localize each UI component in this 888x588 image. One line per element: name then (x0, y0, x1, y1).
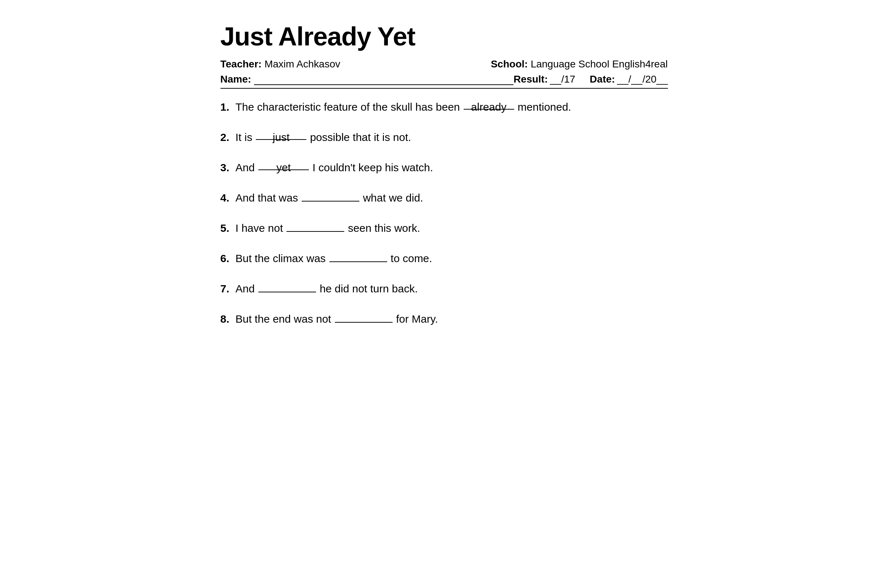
question-after-1: mentioned. (518, 99, 571, 115)
name-section: Name: (220, 74, 514, 85)
question-before-5: I have not (236, 220, 283, 236)
question-text-1: The characteristic feature of the skull … (236, 99, 571, 115)
question-after-8: for Mary. (396, 312, 438, 327)
question-answer-1[interactable]: already (464, 99, 514, 110)
question-blank-7[interactable] (258, 282, 316, 292)
question-after-5: seen this work. (348, 220, 420, 236)
school-name: Language School English4real (531, 58, 668, 70)
question-text-2: It isjustpossible that it is not. (236, 130, 411, 145)
question-after-6: to come. (391, 251, 432, 266)
question-item-5: 5.I have notseen this work. (220, 220, 668, 236)
result-section: Result: __/17 (513, 74, 575, 85)
school-info: School: Language School English4real (491, 58, 668, 70)
question-before-8: But the end was not (236, 312, 331, 327)
question-item-3: 3.AndyetI couldn't keep his watch. (220, 160, 668, 175)
result-label: Result: (513, 74, 548, 85)
teacher-name: Maxim Achkasov (265, 58, 340, 70)
date-label: Date: (590, 74, 615, 85)
question-after-4: what we did. (363, 190, 423, 206)
question-number-2: 2. (220, 130, 233, 145)
date-value: __/__/20__ (617, 74, 668, 85)
question-before-2: It is (236, 130, 253, 145)
question-item-1: 1.The characteristic feature of the skul… (220, 99, 668, 115)
question-blank-5[interactable] (286, 222, 344, 232)
result-value: __/17 (550, 74, 575, 85)
question-number-1: 1. (220, 99, 233, 115)
question-text-3: AndyetI couldn't keep his watch. (236, 160, 433, 175)
question-number-7: 7. (220, 281, 233, 296)
question-item-6: 6.But the climax wasto come. (220, 251, 668, 266)
question-text-8: But the end was notfor Mary. (236, 312, 438, 327)
question-before-4: And that was (236, 190, 298, 206)
question-text-4: And that waswhat we did. (236, 190, 423, 206)
question-before-6: But the climax was (236, 251, 326, 266)
result-date-section: Result: __/17 Date: __/__/20__ (513, 74, 668, 85)
question-item-8: 8.But the end was notfor Mary. (220, 312, 668, 327)
question-after-2: possible that it is not. (310, 130, 411, 145)
question-number-6: 6. (220, 251, 233, 266)
question-text-5: I have notseen this work. (236, 220, 420, 236)
date-section: Date: __/__/20__ (590, 74, 668, 85)
question-after-3: I couldn't keep his watch. (313, 160, 433, 175)
questions-list: 1.The characteristic feature of the skul… (220, 99, 668, 327)
question-item-7: 7.Andhe did not turn back. (220, 281, 668, 296)
question-item-4: 4.And that waswhat we did. (220, 190, 668, 206)
question-answer-3[interactable]: yet (258, 160, 309, 170)
question-blank-4[interactable] (302, 191, 360, 201)
name-input-field[interactable] (254, 75, 513, 85)
name-result-row: Name: Result: __/17 Date: __/__/20__ (220, 74, 668, 88)
question-answer-2[interactable]: just (256, 130, 306, 140)
question-after-7: he did not turn back. (320, 281, 418, 296)
question-item-2: 2.It isjustpossible that it is not. (220, 130, 668, 145)
school-label: School: (491, 58, 528, 70)
name-label: Name: (220, 74, 251, 85)
question-before-7: And (236, 281, 255, 296)
question-before-3: And (236, 160, 255, 175)
question-text-7: Andhe did not turn back. (236, 281, 418, 296)
question-text-6: But the climax wasto come. (236, 251, 432, 266)
question-number-8: 8. (220, 312, 233, 327)
question-blank-8[interactable] (335, 313, 393, 322)
question-number-4: 4. (220, 190, 233, 206)
teacher-label: Teacher: (220, 58, 262, 70)
page-title: Just Already Yet (220, 22, 668, 51)
meta-row: Teacher: Maxim Achkasov School: Language… (220, 58, 668, 70)
teacher-info: Teacher: Maxim Achkasov (220, 58, 341, 70)
question-number-3: 3. (220, 160, 233, 175)
question-number-5: 5. (220, 220, 233, 236)
question-before-1: The characteristic feature of the skull … (236, 99, 460, 115)
question-blank-6[interactable] (330, 252, 387, 262)
